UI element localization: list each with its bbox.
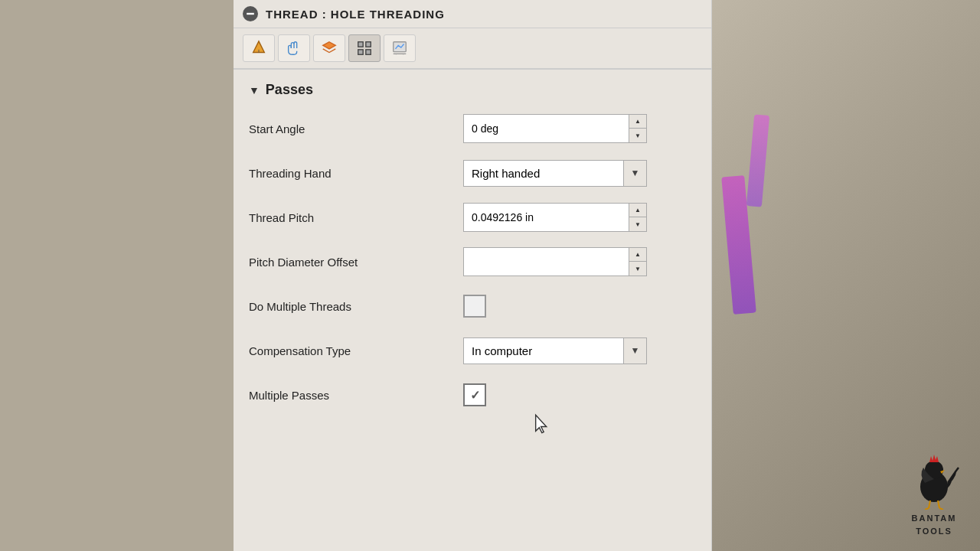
start-angle-spinners: ▲ ▼ (629, 115, 646, 142)
do-multiple-threads-checkbox[interactable] (463, 295, 486, 318)
toolbar-btn-grid[interactable] (348, 34, 381, 62)
do-multiple-threads-row: Do Multiple Threads (249, 291, 696, 321)
svg-rect-0 (247, 13, 254, 15)
section-passes: ▼ Passes (249, 82, 696, 98)
pitch-diameter-field[interactable] (464, 248, 629, 276)
purple-accent-2 (746, 114, 769, 207)
toolbar-btn-pencil[interactable] (243, 34, 275, 62)
thread-pitch-field[interactable] (464, 204, 629, 231)
do-multiple-threads-control (463, 295, 696, 318)
start-angle-up[interactable]: ▲ (629, 115, 646, 129)
threading-hand-select[interactable]: Right handed Left handed (464, 161, 623, 186)
collapse-icon[interactable] (243, 6, 258, 21)
pitch-diameter-spinners: ▲ ▼ (629, 248, 646, 276)
pitch-diameter-control: ▲ ▼ (463, 247, 696, 276)
compensation-type-arrow[interactable]: ▼ (623, 338, 646, 364)
main-panel: THREAD : HOLE THREADING (234, 0, 712, 551)
multiple-passes-label: Multiple Passes (249, 389, 463, 402)
pitch-diameter-label: Pitch Diameter Offset (249, 256, 463, 269)
thread-pitch-label: Thread Pitch (249, 211, 463, 224)
thread-pitch-input: ▲ ▼ (463, 203, 647, 232)
svg-line-16 (938, 500, 939, 508)
svg-marker-3 (323, 42, 336, 49)
multiple-passes-row: Multiple Passes ✓ (249, 380, 696, 410)
compensation-type-control: In computer In control Wear ▼ (463, 337, 696, 364)
panel-header: THREAD : HOLE THREADING (234, 0, 711, 28)
multiple-passes-control: ✓ (463, 383, 696, 406)
toolbar-btn-hand[interactable] (278, 34, 310, 62)
threading-hand-control: Right handed Left handed ▼ (463, 160, 696, 187)
toolbar-btn-layers[interactable] (313, 34, 345, 62)
start-angle-field[interactable] (464, 115, 629, 142)
svg-line-17 (925, 508, 929, 510)
threading-hand-dropdown: Right handed Left handed ▼ (463, 160, 647, 187)
threading-hand-arrow[interactable]: ▼ (623, 161, 646, 186)
svg-rect-5 (366, 42, 371, 47)
compensation-type-select[interactable]: In computer In control Wear (464, 338, 623, 364)
compensation-type-row: Compensation Type In computer In control… (249, 335, 696, 366)
panel-title: THREAD : HOLE THREADING (266, 8, 445, 21)
thread-pitch-up[interactable]: ▲ (629, 204, 646, 217)
form-content: ▼ Passes Start Angle ▲ ▼ Threading Hand (234, 70, 711, 436)
svg-line-18 (939, 508, 943, 510)
start-angle-control: ▲ ▼ (463, 114, 696, 143)
thread-pitch-spinners: ▲ ▼ (629, 204, 646, 231)
thread-pitch-down[interactable]: ▼ (629, 217, 646, 231)
thread-pitch-row: Thread Pitch ▲ ▼ (249, 202, 696, 233)
bantam-subtitle: TOOLS (916, 527, 952, 536)
svg-rect-7 (366, 50, 371, 54)
start-angle-down[interactable]: ▼ (629, 129, 646, 142)
checkmark-icon: ✓ (470, 388, 480, 403)
pitch-diameter-down[interactable]: ▼ (629, 262, 646, 276)
bantam-logo: BANTAM TOOLS (903, 448, 965, 536)
section-title: Passes (266, 82, 313, 98)
svg-rect-6 (358, 50, 363, 54)
multiple-passes-checkbox[interactable]: ✓ (463, 383, 486, 406)
svg-line-15 (929, 500, 930, 508)
threading-hand-row: Threading Hand Right handed Left handed … (249, 158, 696, 188)
pitch-diameter-row: Pitch Diameter Offset ▲ ▼ (249, 246, 696, 277)
start-angle-label: Start Angle (249, 122, 463, 135)
start-angle-input: ▲ ▼ (463, 114, 647, 143)
bantam-name: BANTAM (912, 514, 957, 523)
do-multiple-threads-label: Do Multiple Threads (249, 300, 463, 313)
pitch-diameter-up[interactable]: ▲ (629, 248, 646, 262)
compensation-type-dropdown: In computer In control Wear ▼ (463, 337, 647, 364)
thread-pitch-control: ▲ ▼ (463, 203, 696, 232)
compensation-type-label: Compensation Type (249, 344, 463, 357)
section-arrow-icon: ▼ (249, 84, 260, 96)
toolbar (234, 28, 711, 70)
pitch-diameter-input: ▲ ▼ (463, 247, 647, 276)
bantam-bird-icon (903, 448, 965, 510)
start-angle-row: Start Angle ▲ ▼ (249, 113, 696, 144)
threading-hand-label: Threading Hand (249, 167, 463, 180)
toolbar-btn-chart[interactable] (384, 34, 416, 62)
svg-rect-4 (358, 42, 363, 47)
